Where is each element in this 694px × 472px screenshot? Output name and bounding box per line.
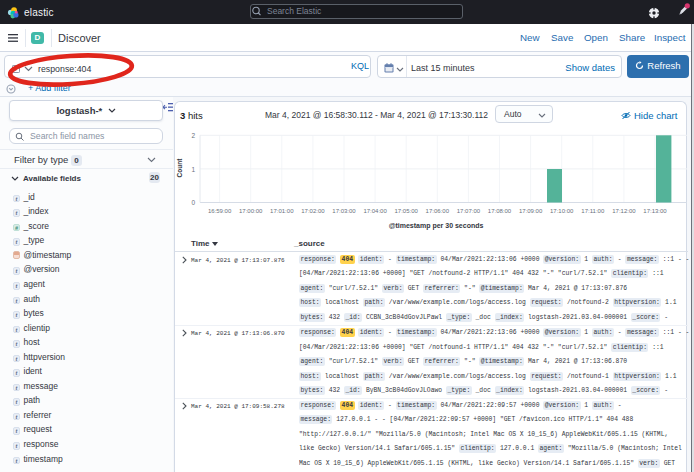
svg-text:17:01:00: 17:01:00 bbox=[270, 208, 294, 214]
svg-text:1: 1 bbox=[191, 166, 195, 173]
svg-text:17:09:00: 17:09:00 bbox=[519, 208, 543, 214]
svg-text:17:11:00: 17:11:00 bbox=[581, 208, 605, 214]
svg-text:17:06:00: 17:06:00 bbox=[426, 208, 450, 214]
svg-text:17:08:00: 17:08:00 bbox=[488, 208, 512, 214]
svg-text:Count: Count bbox=[176, 158, 183, 178]
svg-text:17:05:00: 17:05:00 bbox=[395, 208, 419, 214]
svg-text:17:13:00: 17:13:00 bbox=[643, 208, 667, 214]
svg-text:2: 2 bbox=[191, 132, 195, 139]
svg-text:@timestamp per 30 seconds: @timestamp per 30 seconds bbox=[389, 222, 484, 230]
svg-text:17:03:00: 17:03:00 bbox=[332, 208, 356, 214]
svg-text:17:02:00: 17:02:00 bbox=[301, 208, 325, 214]
svg-text:17:00:00: 17:00:00 bbox=[239, 208, 263, 214]
svg-text:17:04:00: 17:04:00 bbox=[363, 208, 387, 214]
svg-text:17:07:00: 17:07:00 bbox=[457, 208, 481, 214]
svg-text:17:10:00: 17:10:00 bbox=[550, 208, 574, 214]
svg-text:0: 0 bbox=[191, 199, 195, 206]
svg-text:16:59:00: 16:59:00 bbox=[208, 208, 232, 214]
svg-text:17:12:00: 17:12:00 bbox=[612, 208, 636, 214]
